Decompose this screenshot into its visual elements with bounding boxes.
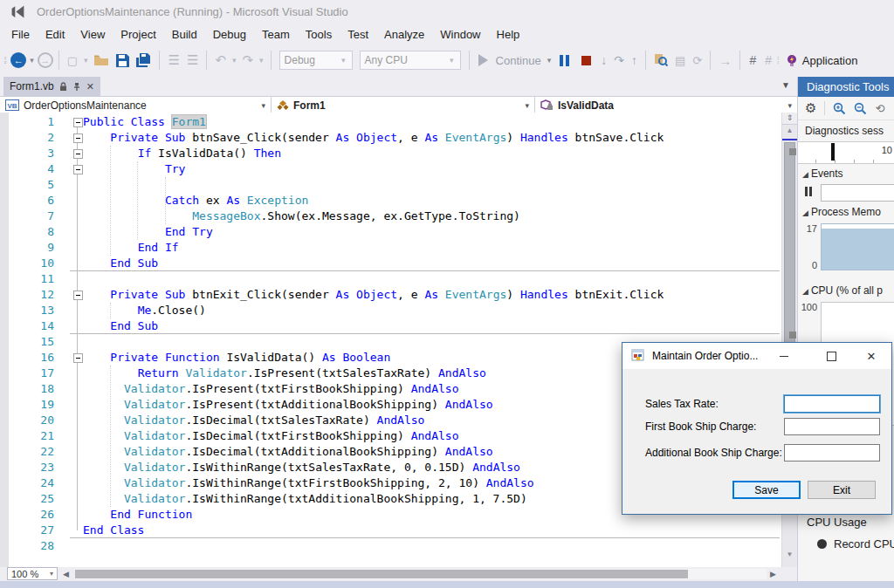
- minimize-button[interactable]: [769, 343, 799, 369]
- tab-cpu-usage[interactable]: CPU Usage: [807, 516, 867, 529]
- code-line-27[interactable]: 27End Class: [0, 523, 781, 538]
- menu-project[interactable]: Project: [113, 26, 163, 43]
- close-tab-icon[interactable]: ✕: [86, 81, 94, 92]
- menu-window[interactable]: Window: [432, 26, 488, 43]
- menu-view[interactable]: View: [72, 26, 113, 43]
- continue-dropdown[interactable]: ▾: [547, 56, 552, 65]
- events-section-header[interactable]: ◢Events: [798, 164, 894, 183]
- dialog-title-bar[interactable]: Maintain Order Optio... ✕: [622, 343, 891, 369]
- menu-edit[interactable]: Edit: [38, 26, 72, 43]
- code-line-13[interactable]: 13 Me.Close(): [0, 303, 781, 318]
- fold-collapse-box[interactable]: [73, 118, 83, 127]
- menu-analyze[interactable]: Analyze: [376, 26, 432, 43]
- step-into-button[interactable]: ↓: [601, 53, 607, 67]
- indent-increase-button[interactable]: ☰: [187, 52, 198, 68]
- code-line-3[interactable]: 3 If IsValidData() Then: [0, 146, 781, 161]
- open-file-button[interactable]: [93, 54, 109, 66]
- redo-dropdown[interactable]: ▾: [259, 56, 264, 65]
- code-line-14[interactable]: 14 End Sub: [0, 318, 781, 334]
- undo-dropdown[interactable]: ▾: [232, 56, 237, 65]
- diagnostic-tools-title[interactable]: Diagnostic Tools: [798, 77, 894, 97]
- pin-icon[interactable]: [72, 82, 81, 92]
- field-input-1[interactable]: [784, 395, 880, 413]
- scroll-right-icon[interactable]: ▶: [770, 570, 776, 578]
- tab-form1-vb[interactable]: Form1.vb ✕: [3, 77, 100, 96]
- fold-collapse-box[interactable]: [73, 133, 83, 143]
- editor-zoom-select[interactable]: 100 % ▾: [7, 567, 58, 580]
- fold-collapse-box[interactable]: [73, 291, 83, 300]
- horizontal-scroll-thumb[interactable]: [75, 570, 688, 578]
- undo-button[interactable]: ↶: [215, 52, 226, 68]
- step-out-button[interactable]: ↑: [631, 53, 637, 67]
- find-in-code-button[interactable]: [654, 53, 668, 67]
- code-line-12[interactable]: 12 Private Sub btnExit_Click(sender As O…: [0, 287, 781, 303]
- step-over-button[interactable]: ↷: [614, 53, 624, 67]
- toolbar-grip[interactable]: ⁞: [777, 55, 778, 65]
- tab-overflow-dropdown-icon[interactable]: ▼: [781, 80, 790, 90]
- record-cpu-profile-button[interactable]: Record CPU: [817, 537, 894, 550]
- menu-debug[interactable]: Debug: [205, 26, 254, 43]
- toolbar-grip[interactable]: ⁞⁞: [3, 55, 5, 65]
- member-dropdown[interactable]: IsValidData ▾: [535, 97, 797, 113]
- scroll-up-icon[interactable]: ▲: [782, 126, 797, 134]
- maximize-button[interactable]: [816, 343, 846, 369]
- fold-collapse-box[interactable]: [73, 165, 83, 174]
- memory-section-header[interactable]: ◢Process Memo: [798, 202, 894, 222]
- settings-gear-icon[interactable]: ⚙: [805, 100, 816, 116]
- scroll-left-icon[interactable]: ◀: [63, 570, 69, 578]
- navigate-forward-button[interactable]: →: [38, 52, 53, 68]
- zoom-in-icon[interactable]: [833, 102, 846, 115]
- solution-platform-select[interactable]: Any CPU▾: [360, 51, 461, 70]
- new-item-button[interactable]: ▢: [67, 54, 78, 67]
- save-button[interactable]: [116, 54, 129, 67]
- continue-play-icon[interactable]: [478, 54, 488, 66]
- code-line-28[interactable]: 28: [0, 538, 781, 554]
- code-line-7[interactable]: 7 MessageBox.Show(ex.Message, ex.GetType…: [0, 209, 781, 224]
- refresh-button[interactable]: ⟳: [692, 54, 702, 67]
- code-line-4[interactable]: 4 Try: [0, 161, 781, 177]
- disable-breakpoints-icon[interactable]: #: [765, 53, 772, 67]
- fold-collapse-box[interactable]: [73, 353, 83, 363]
- watch-button[interactable]: ▤: [675, 54, 685, 67]
- code-line-5[interactable]: 5: [0, 177, 781, 193]
- horizontal-scroll-track[interactable]: [75, 569, 767, 579]
- title-bar[interactable]: OrderOptionsMaintenance (Running) - Micr…: [0, 0, 894, 24]
- menu-team[interactable]: Team: [254, 26, 298, 43]
- code-line-10[interactable]: 10 End Sub: [0, 256, 781, 271]
- application-insights-button[interactable]: Application: [802, 54, 858, 67]
- close-button[interactable]: ✕: [856, 343, 886, 369]
- menu-file[interactable]: File: [3, 26, 38, 43]
- navigate-button[interactable]: →: [719, 53, 732, 68]
- navigate-back-button[interactable]: ←: [10, 52, 26, 68]
- project-dropdown[interactable]: VB OrderOptionsMaintenance ▾: [0, 97, 272, 113]
- field-input-2[interactable]: [784, 418, 880, 435]
- reset-view-icon[interactable]: ⟲: [875, 102, 884, 115]
- menu-help[interactable]: Help: [489, 26, 528, 43]
- save-button[interactable]: Save: [732, 481, 801, 499]
- solution-configuration-select[interactable]: Debug▾: [279, 51, 353, 70]
- code-line-1[interactable]: 1Public Class Form1: [0, 114, 781, 130]
- redo-button[interactable]: ↷: [243, 52, 254, 68]
- code-line-8[interactable]: 8 End Try: [0, 224, 781, 240]
- code-line-9[interactable]: 9 End If: [0, 240, 781, 256]
- menu-build[interactable]: Build: [164, 26, 205, 43]
- application-insights-icon[interactable]: [787, 54, 797, 67]
- indent-decrease-button[interactable]: ☰: [168, 52, 179, 68]
- type-dropdown[interactable]: Form1 ▾: [272, 97, 535, 113]
- continue-button[interactable]: Continue: [496, 54, 541, 67]
- navigate-back-dropdown[interactable]: ▾: [30, 56, 34, 65]
- scroll-down-icon[interactable]: ▼: [782, 550, 797, 558]
- save-all-button[interactable]: [136, 53, 151, 67]
- session-timeline-ruler[interactable]: 10: [798, 141, 894, 164]
- stop-debugging-button[interactable]: [581, 56, 591, 65]
- exit-button[interactable]: Exit: [808, 481, 876, 499]
- fold-collapse-box[interactable]: [73, 149, 83, 159]
- breakpoint-settings-icon[interactable]: #: [749, 53, 756, 67]
- editor-splitter-handle[interactable]: ⇕: [782, 113, 797, 125]
- new-item-dropdown[interactable]: ▾: [84, 56, 88, 65]
- field-input-3[interactable]: [784, 444, 880, 462]
- break-all-button[interactable]: [560, 55, 569, 66]
- code-line-2[interactable]: 2 Private Sub btnSave_Click(sender As Ob…: [0, 130, 781, 146]
- code-line-6[interactable]: 6 Catch ex As Exception: [0, 193, 781, 209]
- menu-tools[interactable]: Tools: [298, 26, 340, 43]
